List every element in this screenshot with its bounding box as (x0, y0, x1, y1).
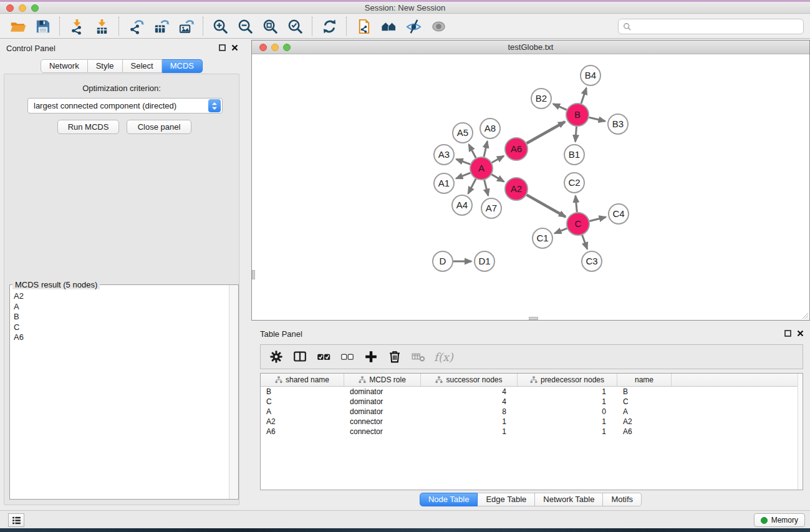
tab-node-table[interactable]: Node Table (420, 493, 478, 506)
table-cell[interactable]: dominator (344, 397, 421, 407)
tab-style[interactable]: Style (88, 59, 123, 73)
table-row[interactable]: Cdominator41C (261, 397, 803, 407)
table-cell[interactable]: 0 (518, 407, 617, 417)
table-cell[interactable]: 8 (421, 407, 518, 417)
zoom-out-button[interactable] (233, 16, 258, 37)
edge-B-B3[interactable] (589, 117, 605, 121)
edge-A2-C[interactable] (527, 195, 566, 216)
tab-edge-table[interactable]: Edge Table (478, 493, 535, 506)
graph-node-C4[interactable]: C4 (609, 204, 629, 224)
table-cell[interactable]: A2 (617, 417, 672, 427)
import-network-button[interactable] (64, 16, 89, 37)
import-table-button[interactable] (89, 16, 114, 37)
mcds-result-item[interactable]: C (14, 322, 229, 333)
mcds-result-item[interactable]: A2 (14, 291, 229, 302)
tab-select[interactable]: Select (123, 59, 162, 73)
mcds-result-scrollbar[interactable] (229, 285, 238, 499)
memory-button[interactable]: Memory (754, 513, 805, 527)
edge-A-A8[interactable] (484, 142, 487, 157)
export-network-button[interactable] (123, 16, 148, 37)
graph-node-A8[interactable]: A8 (480, 118, 500, 138)
tab-network[interactable]: Network (41, 59, 88, 73)
table-cell[interactable]: 1 (421, 427, 518, 437)
tab-motifs[interactable]: Motifs (603, 493, 642, 506)
graph-node-B2[interactable]: B2 (531, 89, 551, 109)
session-search-box[interactable] (618, 19, 804, 34)
table-cell[interactable]: A (617, 407, 672, 417)
mcds-result-item[interactable]: B (14, 312, 229, 322)
graph-node-A6[interactable]: A6 (505, 138, 528, 160)
zoom-selected-button[interactable] (282, 16, 307, 37)
create-column-button[interactable] (360, 347, 382, 367)
tab-mcds[interactable]: MCDS (162, 59, 203, 73)
edge-A-A1[interactable] (456, 173, 470, 178)
show-all-columns-button[interactable] (313, 347, 334, 367)
tab-network-table[interactable]: Network Table (535, 493, 603, 506)
search-input[interactable] (635, 22, 799, 31)
table-cell[interactable]: C (617, 397, 672, 407)
graph-node-C[interactable]: C (567, 213, 589, 235)
edge-B-B2[interactable] (553, 104, 566, 110)
network-canvas[interactable]: B4B2BB3A8A5A6A3B1AA1C2A2A4A7C4CC1DD1C3 (252, 54, 809, 320)
zoom-in-button[interactable] (208, 16, 233, 37)
close-panel-button[interactable]: Close panel (127, 120, 191, 134)
column-header-successor-nodes[interactable]: successor nodes (421, 374, 518, 386)
home-button[interactable] (376, 16, 401, 37)
table-cell[interactable]: 4 (421, 387, 518, 397)
graph-node-D[interactable]: D (433, 251, 453, 271)
table-cell[interactable]: A6 (617, 427, 672, 437)
table-row[interactable]: Adominator80A (261, 407, 803, 417)
network-close-button[interactable] (259, 44, 267, 51)
column-header-mcds-role[interactable]: MCDS role (344, 374, 421, 386)
table-cell[interactable]: A6 (261, 427, 344, 437)
edge-C-C2[interactable] (576, 196, 577, 212)
edge-A-A3[interactable] (456, 159, 470, 164)
table-cell[interactable]: A2 (261, 417, 344, 427)
edge-C-C1[interactable] (554, 228, 567, 233)
mcds-result-item[interactable]: A (14, 302, 229, 312)
float-panel-icon[interactable] (219, 44, 226, 51)
table-cell[interactable]: 1 (421, 417, 518, 427)
network-from-file-button[interactable] (351, 16, 376, 37)
table-cell[interactable]: 4 (421, 397, 518, 407)
table-cell[interactable]: connector (344, 427, 421, 437)
edge-A-A6[interactable] (492, 156, 504, 163)
network-maximize-button[interactable] (283, 44, 291, 51)
export-table-button[interactable] (148, 16, 173, 37)
resize-grip-icon[interactable] (800, 311, 809, 319)
table-settings-button[interactable] (266, 347, 287, 367)
table-cell[interactable]: A (261, 407, 344, 417)
table-cell[interactable]: 1 (518, 417, 617, 427)
run-mcds-button[interactable]: Run MCDS (57, 120, 119, 134)
table-cell[interactable]: 1 (518, 387, 617, 397)
delete-column-button[interactable] (384, 347, 405, 367)
open-session-button[interactable] (5, 16, 30, 37)
table-cell[interactable]: dominator (344, 407, 421, 417)
close-window-button[interactable] (6, 4, 14, 12)
show-graphics-details-button[interactable] (426, 16, 451, 37)
edge-C-C3[interactable] (582, 235, 587, 249)
maximize-window-button[interactable] (31, 4, 39, 12)
table-cell[interactable]: 1 (518, 427, 617, 437)
refresh-button[interactable] (317, 16, 342, 37)
graph-node-B[interactable]: B (566, 104, 589, 126)
table-cell[interactable]: C (261, 397, 344, 407)
edge-B-B4[interactable] (581, 88, 586, 104)
close-panel-icon[interactable] (231, 44, 238, 51)
graph-node-B4[interactable]: B4 (581, 65, 600, 85)
zoom-fit-button[interactable] (258, 16, 282, 37)
table-cell[interactable]: B (617, 387, 672, 397)
edge-A-A5[interactable] (469, 145, 476, 158)
hide-graphics-details-button[interactable] (401, 16, 426, 37)
graph-node-A3[interactable]: A3 (434, 145, 454, 165)
table-row[interactable]: Bdominator41B (261, 387, 803, 397)
column-header-name[interactable]: name (617, 374, 672, 386)
table-cell[interactable]: 1 (518, 397, 617, 407)
edge-A-A2[interactable] (491, 175, 504, 182)
graph-node-A1[interactable]: A1 (434, 173, 454, 193)
graph-node-B3[interactable]: B3 (608, 114, 628, 134)
hide-all-columns-button[interactable] (337, 347, 358, 367)
graph-node-C2[interactable]: C2 (564, 173, 584, 193)
table-row[interactable]: A6connector11A6 (261, 427, 803, 437)
table-cell[interactable]: dominator (344, 387, 421, 397)
